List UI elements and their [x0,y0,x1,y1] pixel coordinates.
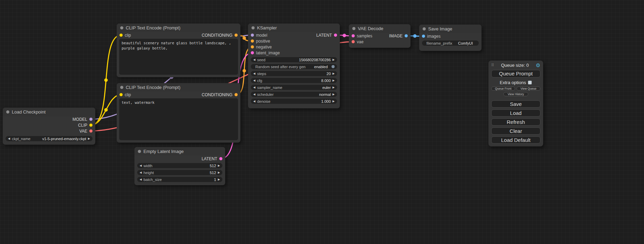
widget-scheduler[interactable]: ◀ scheduler normal ▶ [251,92,337,97]
decrement-arrow-icon[interactable]: ◀ [253,86,255,89]
widget-label: Random seed after every gen [253,65,306,69]
node-clip-text-encode-positive[interactable]: CLIP Text Encode (Prompt) clip CONDITION… [117,24,240,77]
input-port-latent-image[interactable] [251,51,254,54]
node-vae-decode[interactable]: VAE Decode samples IMAGE vae [349,24,411,48]
decrement-arrow-icon[interactable]: ◀ [140,164,142,167]
increment-arrow-icon[interactable]: ▶ [88,137,90,140]
increment-arrow-icon[interactable]: ▶ [333,58,335,61]
increment-arrow-icon[interactable]: ▶ [333,79,335,82]
widget-sampler-name[interactable]: ◀ sampler_name euler ▶ [251,85,337,90]
increment-arrow-icon[interactable]: ▶ [218,171,220,174]
node-empty-latent-image[interactable]: Empty Latent Image LATENT ◀ width 512 ▶ … [134,147,225,185]
decrement-arrow-icon[interactable]: ◀ [253,58,255,61]
output-slot-model: MODEL [3,116,95,122]
node-save-image[interactable]: Save Image images filename_prefix ComfyU… [419,25,482,51]
widget-cfg[interactable]: ◀ cfg 8.000 ▶ [251,78,337,83]
node-title-bar[interactable]: CLIP Text Encode (Prompt) [117,24,240,32]
input-port-clip[interactable] [120,93,123,96]
widget-seed[interactable]: ◀ seed 156680208700286 ▶ [251,57,337,62]
drag-handle-icon[interactable]: ⠿ [491,63,494,67]
decrement-arrow-icon[interactable]: ◀ [8,137,10,140]
input-port-negative[interactable] [251,45,254,48]
node-title-bar[interactable]: VAE Decode [349,24,411,33]
output-port-conditioning[interactable] [235,93,238,96]
input-port-samples[interactable] [352,34,355,37]
widget-ckpt-name[interactable]: ◀ ckpt_name v1-5-pruned-emaonly.ckpt ▶ [6,136,92,141]
collapse-dot[interactable] [423,27,426,30]
output-port-clip[interactable] [89,124,92,127]
view-queue-button[interactable]: View Queue [517,87,540,91]
widget-denoise[interactable]: ◀ denoise 1.000 ▶ [251,99,337,104]
widget-value: ComfyUI [458,41,476,45]
decrement-arrow-icon[interactable]: ◀ [253,100,255,103]
widget-steps[interactable]: ◀ steps 20 ▶ [251,71,337,76]
widget-width[interactable]: ◀ width 512 ▶ [137,163,222,168]
decrement-arrow-icon[interactable]: ◀ [140,171,142,174]
view-history-button[interactable]: View History [503,92,528,96]
toggle-dot[interactable] [332,65,335,68]
widget-label: batch_size [143,178,162,182]
widget-value: euler [322,85,330,90]
load-default-button[interactable]: Load Default [491,136,540,144]
clear-button[interactable]: Clear [491,127,540,135]
input-slot-label: clip [125,92,131,97]
settings-gear-icon[interactable]: ⚙ [536,62,540,69]
queue-prompt-button[interactable]: Queue Prompt [491,70,540,78]
widget-label: seed [257,58,265,62]
increment-arrow-icon[interactable]: ▶ [333,72,335,75]
node-title-bar[interactable]: CLIP Text Encode (Prompt) [117,83,240,92]
decrement-arrow-icon[interactable]: ◀ [253,72,255,75]
input-port-model[interactable] [251,34,254,37]
slot-row: samples IMAGE [349,33,411,39]
extra-options-checkbox[interactable] [528,81,532,84]
increment-arrow-icon[interactable]: ▶ [218,178,220,181]
refresh-button[interactable]: Refresh [491,118,540,126]
output-port-vae[interactable] [89,129,92,133]
widget-label: width [143,164,152,168]
node-title: CLIP Text Encode (Prompt) [126,25,180,30]
collapse-dot[interactable] [252,26,255,29]
output-port-image[interactable] [405,34,408,37]
widget-batch-size[interactable]: ◀ batch_size 1 ▶ [137,177,222,182]
save-button[interactable]: Save [491,100,540,108]
node-title-bar[interactable]: Save Image [419,25,482,33]
output-slot-label: CONDITIONING [202,92,232,97]
prompt-textarea[interactable]: text, watermark [119,98,238,140]
node-clip-text-encode-negative[interactable]: CLIP Text Encode (Prompt) clip CONDITION… [117,83,240,143]
widget-label: ckpt_name [12,137,30,141]
collapse-dot[interactable] [352,27,355,30]
output-port-model[interactable] [89,118,92,121]
decrement-arrow-icon[interactable]: ◀ [253,93,255,96]
increment-arrow-icon[interactable]: ▶ [333,86,335,89]
widget-random-seed-toggle[interactable]: Random seed after every gen enabled [251,64,337,69]
collapse-dot[interactable] [120,26,123,29]
node-title-bar[interactable]: KSampler [248,24,340,32]
collapse-dot[interactable] [138,150,141,153]
input-port-positive[interactable] [251,39,254,43]
output-port-latent[interactable] [219,157,222,160]
widget-filename-prefix[interactable]: filename_prefix ComfyUI [422,40,479,46]
input-port-vae[interactable] [352,40,355,43]
slot-row: model LATENT [248,32,340,38]
node-title-bar[interactable]: Empty Latent Image [134,147,225,156]
slot-row: clip CONDITIONING [117,92,240,98]
node-title-bar[interactable]: Load Checkpoint [3,108,95,116]
collapse-dot[interactable] [6,110,9,114]
decrement-arrow-icon[interactable]: ◀ [253,79,255,82]
load-button[interactable]: Load [491,109,540,117]
widget-height[interactable]: ◀ height 512 ▶ [137,170,222,175]
increment-arrow-icon[interactable]: ▶ [333,100,335,103]
input-port-clip[interactable] [120,34,123,37]
increment-arrow-icon[interactable]: ▶ [333,93,335,96]
output-port-conditioning[interactable] [235,34,238,37]
input-port-images[interactable] [422,35,425,38]
node-load-checkpoint[interactable]: Load Checkpoint MODEL CLIP VAE ◀ ckpt_na… [3,108,95,145]
collapse-dot[interactable] [120,86,123,89]
queue-front-button[interactable]: Queue Front [491,87,515,91]
slot-row: images [419,33,482,39]
decrement-arrow-icon[interactable]: ◀ [140,178,142,181]
prompt-textarea[interactable]: beautiful scenery nature glass bottle la… [119,39,238,75]
output-port-latent[interactable] [334,34,337,37]
node-ksampler[interactable]: KSampler model LATENT positive negative … [248,24,340,108]
increment-arrow-icon[interactable]: ▶ [218,164,220,167]
